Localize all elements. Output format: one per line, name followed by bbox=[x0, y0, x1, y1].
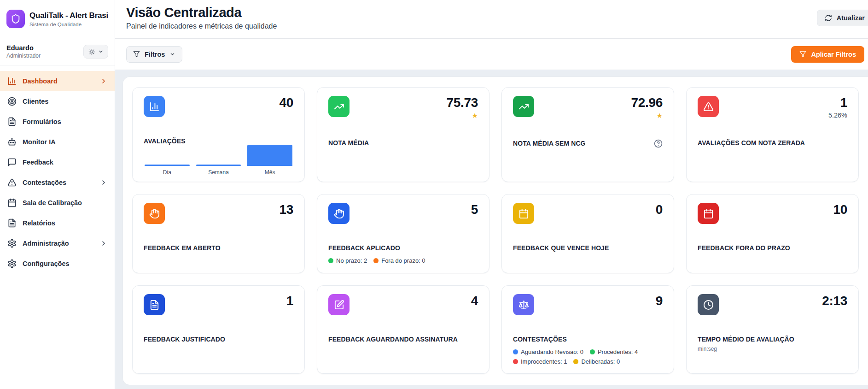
card-nota-media-sem-ncg: 72.96★NOTA MÉDIA SEM NCG bbox=[501, 87, 674, 182]
refresh-icon bbox=[825, 14, 832, 22]
alert-triangle-icon bbox=[7, 178, 17, 187]
card-legend: Aguardando Revisão: 0Procedentes: 4Impro… bbox=[513, 348, 663, 365]
cards-panel: 40AVALIAÇÕESDiaSemanaMês75.73★NOTA MÉDIA… bbox=[122, 77, 868, 385]
chevron-right-icon bbox=[100, 77, 107, 85]
sidebar-item-label: Relatórios bbox=[23, 219, 107, 227]
chart-tab-mes[interactable]: Mês bbox=[247, 145, 292, 176]
card-value: 72.96 bbox=[631, 96, 663, 110]
card-feedback-em-aberto: 13FEEDBACK EM ABERTO bbox=[132, 194, 305, 273]
gear-icon bbox=[7, 259, 17, 268]
user-role: Administrador bbox=[6, 53, 41, 59]
target-icon bbox=[7, 97, 17, 106]
legend-item: Aguardando Revisão: 0 bbox=[513, 348, 583, 355]
file-text-icon bbox=[7, 117, 17, 126]
sidebar-item-relatorios[interactable]: Relatórios bbox=[0, 213, 115, 233]
card-title: FEEDBACK QUE VENCE HOJE bbox=[513, 244, 609, 252]
legend-dot-icon bbox=[590, 349, 595, 354]
legend-label: Procedentes: 4 bbox=[598, 348, 638, 355]
kpi-cards-grid: 40AVALIAÇÕESDiaSemanaMês75.73★NOTA MÉDIA… bbox=[132, 87, 859, 374]
sidebar-item-contestacoes[interactable]: Contestações bbox=[0, 172, 115, 193]
sidebar-item-label: Configurações bbox=[23, 260, 107, 267]
legend-label: Fora do prazo: 0 bbox=[381, 257, 425, 264]
edit-icon bbox=[328, 294, 350, 315]
legend-item: Procedentes: 4 bbox=[590, 348, 638, 355]
sidebar-item-label: Dashboard bbox=[23, 77, 94, 85]
sidebar-item-formularios[interactable]: Formulários bbox=[0, 112, 115, 132]
card-title: NOTA MÉDIA bbox=[328, 139, 369, 147]
chevron-down-icon bbox=[169, 51, 175, 57]
apply-filters-button[interactable]: Aplicar Filtros bbox=[791, 46, 865, 63]
card-value: 1 bbox=[828, 96, 847, 110]
card-nota-media: 75.73★NOTA MÉDIA bbox=[317, 87, 489, 182]
filter-bar: Filtros Aplicar Filtros bbox=[115, 39, 868, 70]
chevron-down-icon bbox=[98, 49, 104, 54]
legend-label: Improcedentes: 1 bbox=[521, 358, 567, 365]
sidebar-item-feedback[interactable]: Feedback bbox=[0, 152, 115, 172]
user-block: Eduardo Administrador bbox=[0, 38, 115, 65]
apply-filters-label: Aplicar Filtros bbox=[811, 51, 856, 58]
app-subtitle: Sistema de Qualidade bbox=[29, 22, 108, 27]
page-subtitle: Painel de indicadores e métricas de qual… bbox=[126, 22, 857, 30]
legend-dot-icon bbox=[573, 359, 578, 364]
legend-dot-icon bbox=[373, 258, 379, 263]
legend-item: No prazo: 2 bbox=[328, 257, 367, 264]
sidebar-item-administracao[interactable]: Administração bbox=[0, 233, 115, 253]
legend-item: Deliberadas: 0 bbox=[573, 358, 620, 365]
card-value: 4 bbox=[471, 294, 478, 308]
chart-bar bbox=[145, 165, 190, 166]
sidebar: QualiTalk - Alert Brasil Sistema de Qual… bbox=[0, 0, 115, 389]
dashboard-content: 40AVALIAÇÕESDiaSemanaMês75.73★NOTA MÉDIA… bbox=[115, 70, 868, 389]
card-title: FEEDBACK APLICADO bbox=[328, 244, 400, 252]
chart-bar bbox=[247, 145, 292, 166]
legend-label: Aguardando Revisão: 0 bbox=[521, 348, 583, 355]
sun-icon bbox=[88, 48, 95, 55]
card-title: CONTESTAÇÕES bbox=[513, 336, 567, 343]
card-subvalue: 5.26% bbox=[828, 112, 847, 119]
card-value: 2:13 bbox=[822, 294, 847, 308]
sidebar-item-sala-de-calibracao[interactable]: Sala de Calibração bbox=[0, 193, 115, 213]
page-title: Visão Centralizada bbox=[126, 5, 857, 20]
app-logo-block: QualiTalk - Alert Brasil Sistema de Qual… bbox=[0, 0, 115, 38]
message-square-icon bbox=[7, 158, 17, 167]
card-avaliacoes-com-nota-zerada: 15.26%AVALIAÇÕES COM NOTA ZERADA bbox=[686, 87, 859, 182]
card-feedback-que-vence-hoje: 0FEEDBACK QUE VENCE HOJE bbox=[501, 194, 674, 273]
trending-up-icon bbox=[328, 96, 350, 117]
card-title: TEMPO MÉDIO DE AVALIAÇÃO bbox=[698, 336, 794, 343]
card-title: FEEDBACK JUSTIFICADO bbox=[144, 336, 225, 343]
sidebar-item-label: Clientes bbox=[23, 98, 107, 105]
sidebar-item-configuracoes[interactable]: Configurações bbox=[0, 253, 115, 274]
card-title: AVALIAÇÕES COM NOTA ZERADA bbox=[698, 139, 805, 147]
scales-icon bbox=[513, 294, 534, 315]
legend-item: Improcedentes: 1 bbox=[513, 358, 567, 365]
card-unit: min:seg bbox=[698, 346, 847, 352]
filter-icon bbox=[133, 51, 140, 58]
card-value: 5 bbox=[471, 203, 478, 217]
chart-tab-dia[interactable]: Dia bbox=[145, 145, 190, 176]
card-title: AVALIAÇÕES bbox=[144, 137, 186, 145]
page-header: Visão Centralizada Painel de indicadores… bbox=[115, 0, 868, 39]
card-value: 0 bbox=[656, 203, 663, 217]
sidebar-item-dashboard[interactable]: Dashboard bbox=[0, 71, 115, 91]
sidebar-item-clientes[interactable]: Clientes bbox=[0, 91, 115, 112]
chart-tab-semana[interactable]: Semana bbox=[196, 145, 241, 176]
help-icon[interactable] bbox=[654, 139, 663, 148]
card-feedback-aguardando-assinatura: 4FEEDBACK AGUARDANDO ASSINATURA bbox=[317, 285, 489, 374]
theme-toggle-button[interactable] bbox=[83, 45, 108, 59]
app-name: QualiTalk - Alert Brasil bbox=[29, 11, 108, 20]
refresh-button[interactable]: Atualizar bbox=[817, 10, 868, 26]
sidebar-item-monitor-ia[interactable]: Monitor IA bbox=[0, 132, 115, 152]
filter-icon bbox=[799, 51, 806, 58]
calendar-icon bbox=[513, 203, 534, 224]
sidebar-item-label: Administração bbox=[23, 240, 94, 247]
card-title: NOTA MÉDIA SEM NCG bbox=[513, 140, 586, 147]
hand-icon bbox=[144, 203, 165, 224]
card-value: 13 bbox=[279, 203, 293, 217]
card-avaliacoes: 40AVALIAÇÕESDiaSemanaMês bbox=[132, 87, 305, 182]
legend-dot-icon bbox=[328, 258, 333, 263]
period-bar-chart: DiaSemanaMês bbox=[144, 145, 293, 176]
filters-button[interactable]: Filtros bbox=[126, 46, 182, 63]
trending-up-icon bbox=[513, 96, 534, 117]
clock-icon bbox=[698, 294, 719, 315]
card-title: FEEDBACK EM ABERTO bbox=[144, 244, 221, 252]
sidebar-item-label: Contestações bbox=[23, 179, 94, 186]
